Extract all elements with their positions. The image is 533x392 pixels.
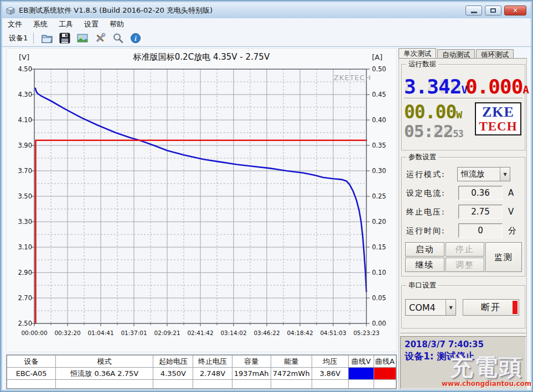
table-row[interactable]: EBC-A05 恒流放 0.36A 2.75V 4.350V 2.748V 19… <box>7 368 396 379</box>
image-export-icon[interactable] <box>76 32 89 45</box>
menubar: 文件 系统 工具 设置 帮助 <box>2 18 531 30</box>
cell-start-voltage: 4.350V <box>153 368 193 379</box>
end-voltage-unit: V <box>508 207 514 217</box>
test-mode-tabs: 单次测试 自动测试 循环测试 <box>399 48 515 58</box>
col-mode: 模式 <box>56 356 153 368</box>
x-tick-label: 01:37:01 <box>118 330 150 336</box>
y-right-tick-label: 0.40 <box>372 116 393 124</box>
col-capacity: 容量 <box>232 356 271 368</box>
chart-title: 标准版国标0.2C放电 4.35V - 2.75V <box>7 52 396 62</box>
x-tick-label: 02:09:21 <box>151 330 183 336</box>
save-icon[interactable] <box>58 32 71 45</box>
cell-curve-v-swatch[interactable] <box>348 368 374 379</box>
y-right-tick-label: 0.45 <box>372 91 393 98</box>
cell-end-voltage: 2.748V <box>193 368 232 379</box>
power-display: 88.8800.00W <box>404 103 462 121</box>
monitor-button[interactable]: 监测 <box>485 242 522 272</box>
run-data-separator <box>404 98 522 99</box>
menu-file[interactable]: 文件 <box>2 18 28 30</box>
adjust-button[interactable]: 调整 <box>446 258 484 272</box>
window-title: EB测试系统软件 V1.8.5 (Build 2016-02-20 充电头特别版… <box>19 6 213 15</box>
zke-logo-line2: TECH <box>476 120 520 133</box>
close-icon: ✕ <box>513 7 518 14</box>
tab-single-test[interactable]: 单次测试 <box>399 48 436 58</box>
run-mode-value: 恒流放 <box>458 169 500 179</box>
titlebar[interactable]: EB测试系统软件 V1.8.5 (Build 2016-02-20 充电头特别版… <box>2 2 531 18</box>
stop-button[interactable]: 停止 <box>446 242 484 257</box>
col-device: 设备 <box>7 356 56 368</box>
param-group: 参数设置 运行模式: 恒流放 ▼ 设定电流: 0.36 A 终止电压: 2.75… <box>401 157 525 276</box>
minimize-button[interactable] <box>465 6 482 15</box>
chevron-down-icon[interactable]: ▼ <box>446 300 456 315</box>
cell-capacity: 1937mAh <box>232 368 271 379</box>
end-voltage-input[interactable]: 2.75 <box>458 205 503 219</box>
run-time-input[interactable]: 0 <box>458 223 503 238</box>
y-left-tick-label: 3.10 <box>10 243 32 251</box>
y-left-tick-label: 2.50 <box>10 320 32 327</box>
menu-system[interactable]: 系统 <box>28 18 53 30</box>
y-left-axis-name: [V] <box>19 53 29 61</box>
zketech-logo: ZKE TECH <box>475 102 521 135</box>
cell-curve-a-swatch[interactable] <box>374 368 396 379</box>
table-empty-row <box>7 379 396 388</box>
maximize-button[interactable] <box>485 6 501 15</box>
tab-cycle-test[interactable]: 循环测试 <box>476 49 514 58</box>
minimize-icon <box>471 12 477 13</box>
y-left-tick-label: 4.10 <box>10 116 32 124</box>
run-data-group-title: 运行数据 <box>406 60 438 68</box>
set-current-label: 设定电流: <box>406 189 446 198</box>
control-panel-body: 运行数据 8.8883.342V 8.8880.000A 88.8800.00W… <box>399 58 527 389</box>
maximize-icon <box>490 8 496 13</box>
y-left-tick-label: 3.30 <box>10 218 32 226</box>
window: EB测试系统软件 V1.8.5 (Build 2016-02-20 充电头特别版… <box>0 0 533 392</box>
zketech-watermark: ZKETECH <box>334 74 371 82</box>
continue-button[interactable]: 继续 <box>405 258 444 272</box>
app-icon <box>6 6 15 15</box>
chevron-down-icon[interactable]: ▼ <box>500 168 510 181</box>
open-file-icon[interactable] <box>40 32 54 45</box>
col-start-voltage: 起始电压 <box>153 356 193 368</box>
close-button[interactable]: ✕ <box>504 6 526 15</box>
y-right-tick-label: 0.00 <box>372 320 393 327</box>
col-end-voltage: 终止电压 <box>193 356 232 368</box>
info-icon[interactable]: i <box>129 32 142 45</box>
time-display: 88:8805:2253 <box>404 123 463 140</box>
chart-plot <box>30 67 371 330</box>
status-timestamp: 2018/3/7 7:40:35 <box>405 339 522 350</box>
menu-settings[interactable]: 设置 <box>79 18 104 30</box>
com-port-select[interactable]: COM4 ▼ <box>405 299 456 316</box>
x-tick-label: 04:51:03 <box>317 330 349 336</box>
current-display: 8.8880.000A <box>465 77 529 97</box>
zke-logo-line1: ZKE <box>476 104 520 120</box>
set-current-unit: A <box>508 188 514 198</box>
start-button[interactable]: 启动 <box>405 242 444 257</box>
menu-help[interactable]: 帮助 <box>104 18 130 30</box>
table-header-row: 设备 模式 起始电压 终止电压 容量 能量 均压 曲线V 曲线A <box>7 356 396 368</box>
zoom-icon[interactable] <box>111 32 125 45</box>
y-right-tick-label: 0.50 <box>372 65 393 73</box>
run-time-unit: 分 <box>508 226 516 236</box>
col-avg-voltage: 均压 <box>312 356 348 368</box>
set-current-input[interactable]: 0.36 <box>458 186 503 200</box>
y-right-tick-label: 0.05 <box>372 294 393 302</box>
x-tick-label: 02:41:42 <box>184 330 216 336</box>
y-left-tick-label: 3.90 <box>10 142 32 149</box>
results-table-panel: 设备 模式 起始电压 终止电压 容量 能量 均压 曲线V 曲线A EBC-A05… <box>6 354 397 389</box>
disconnect-button[interactable]: 断开 <box>463 299 519 316</box>
y-left-tick-label: 2.90 <box>10 269 32 276</box>
results-table: 设备 模式 起始电压 终止电压 容量 能量 均压 曲线V 曲线A EBC-A05… <box>7 355 396 389</box>
menu-tools[interactable]: 工具 <box>53 18 79 30</box>
end-voltage-label: 终止电压: <box>406 207 446 217</box>
tab-auto-test[interactable]: 自动测试 <box>437 49 475 58</box>
power-unit: W <box>456 109 462 121</box>
x-tick-label: 00:32:20 <box>51 330 84 336</box>
y-right-tick-label: 0.25 <box>372 192 393 200</box>
run-mode-select[interactable]: 恒流放 ▼ <box>457 167 510 181</box>
device-tab-label[interactable]: 设备1 <box>2 33 33 43</box>
tools-icon[interactable] <box>94 32 107 45</box>
y-left-tick-label: 3.70 <box>10 167 32 175</box>
current-unit: A <box>522 83 528 96</box>
control-panel: 单次测试 自动测试 循环测试 运行数据 8.8883.342V 8.8880.0… <box>399 48 528 389</box>
serial-group: 串口设置 COM4 ▼ 断开 <box>401 285 525 328</box>
x-tick-label: 03:46:22 <box>251 330 283 336</box>
